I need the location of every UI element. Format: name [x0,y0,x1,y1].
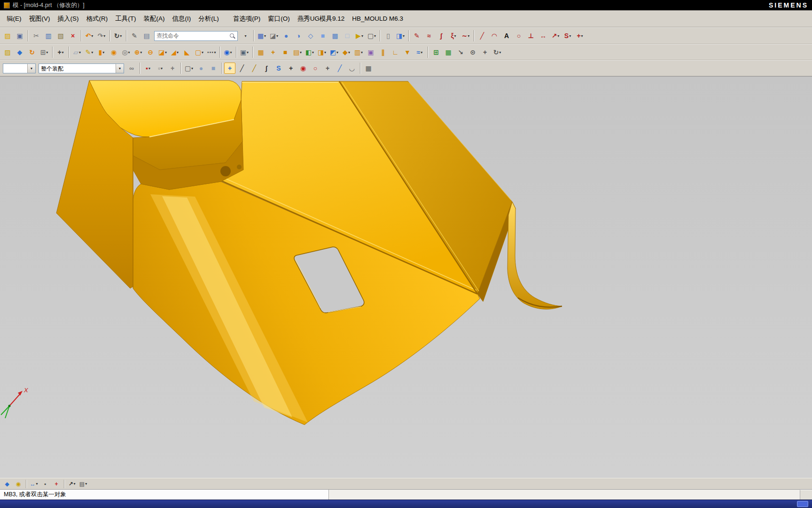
repeat-command-button[interactable]: ↻▾ [112,30,124,41]
undo-button[interactable]: ↶▾ [84,30,95,41]
parting-surface-dropdown[interactable]: ▾ [336,50,338,55]
moldbase-dropdown[interactable]: ▾ [361,50,363,55]
art-spline-button[interactable]: ξ▾ [448,30,459,41]
snap-toggle-button[interactable]: + [51,479,62,489]
snap-options-dropdown[interactable]: ▾ [148,66,150,71]
datum-plane-button[interactable]: ▱▾ [71,47,83,58]
window-split-button[interactable]: ▯ [383,30,394,41]
touch-select-button[interactable]: ✎ [129,30,140,41]
gate-button[interactable]: ▼ [402,47,413,58]
orient-view-button[interactable]: ▶▾ [354,30,365,41]
cavity-core-button[interactable]: ◆▾ [341,47,352,58]
info-window-dropdown[interactable]: ▾ [85,482,87,486]
edit-object-display-dropdown[interactable]: ▾ [247,50,249,55]
parting-surface-button[interactable]: ◩▾ [328,47,340,58]
cut-button[interactable]: ✂ [31,30,42,41]
shaded-with-edges-button[interactable]: ● [281,30,292,41]
edge-blend-button[interactable]: ◢▾ [169,47,180,58]
subtract-button[interactable]: ⊖ [145,47,156,58]
unite-dropdown[interactable]: ▾ [140,50,142,55]
sketch-dropdown[interactable]: ▾ [91,50,93,55]
marquee-style-dropdown[interactable]: ▾ [191,66,193,71]
art-spline-dropdown[interactable]: ▾ [454,34,456,38]
vector-dropdown[interactable]: ▾ [557,34,559,38]
cavity-layout-button[interactable]: ▤▾ [292,47,303,58]
datum-plane-dropdown[interactable]: ▾ [79,50,81,55]
ellipse-button[interactable]: ○ [513,30,524,41]
cavity-core-dropdown[interactable]: ▾ [348,50,350,55]
copy-button[interactable]: ▥ [43,30,54,41]
revolve-button[interactable]: ◉ [108,47,119,58]
mold-init-button[interactable]: ▦ [255,47,266,58]
info-window-button[interactable]: ▤▾ [78,479,88,489]
menu-hb-mould[interactable]: HB_MOULD M6.3 [348,13,407,24]
layout-views-button[interactable]: ⊞ [430,47,442,58]
cooling-button[interactable]: ≈▾ [414,47,425,58]
menu-analysis[interactable]: 分析(L) [195,13,223,25]
feature-more-dropdown[interactable]: ▾ [214,50,216,55]
shaded-pick-sphere-button[interactable]: ● [195,63,207,74]
selection-priority-button[interactable]: ▪ [40,479,50,489]
view-grid-dropdown[interactable]: ▾ [264,34,266,38]
edit-object-display-button[interactable]: ▣▾ [239,47,250,58]
graphics-viewport[interactable]: X [0,76,812,478]
split-solid-button[interactable]: ◨▾ [316,47,328,58]
snap-circle-button[interactable]: ○ [310,63,321,74]
select-scope-button[interactable]: ▫▾ [155,63,166,74]
profile-curve-button[interactable]: ≈ [423,30,435,41]
paste-button[interactable]: ▧ [55,30,66,41]
nav-cursor-button[interactable]: ◆ [2,479,12,489]
snap-options-button[interactable]: ▪▾ [142,63,154,74]
line-button[interactable]: ╱ [476,30,488,41]
snap-quadrant-button[interactable]: + [322,63,333,74]
chamfer-button[interactable]: ◣ [181,47,193,58]
cavity-layout-dropdown[interactable]: ▾ [300,50,302,55]
move-component-button[interactable]: ↻ [26,47,38,58]
layer-settings-dropdown[interactable]: ▾ [403,34,405,38]
dimension-button[interactable]: ↔ [538,30,549,41]
orientation-triad[interactable]: X [1,387,29,418]
measure-quick-button[interactable]: ↗▾ [67,479,77,489]
wireframe-button[interactable]: ◇ [305,30,316,41]
taskbar-tray-icon[interactable] [797,501,808,507]
parting-tool-button[interactable]: ◧▾ [304,47,315,58]
sketch-task-button[interactable]: ✎ [411,30,422,41]
search-more-button[interactable]: ▾ [240,30,251,41]
trim-body-dropdown[interactable]: ▾ [165,50,167,55]
snap-center-button[interactable]: ◉ [297,63,309,74]
save-button[interactable]: ▣ [14,30,25,41]
redo-button[interactable]: ↷▾ [96,30,107,41]
shell-dropdown[interactable]: ▾ [202,50,203,55]
menu-format[interactable]: 格式(R) [83,13,112,25]
window-tile-button[interactable]: ▦ [443,47,454,58]
menu-information[interactable]: 信息(I) [169,13,195,25]
clip-section-button[interactable]: ▢▾ [366,30,377,41]
feature-more-button[interactable]: ⋯▾ [206,47,217,58]
snap-midpoint-button[interactable]: ╱ [249,63,260,74]
search-icon[interactable] [229,33,235,39]
menu-edit[interactable]: 辑(E) [3,13,25,25]
vector-button[interactable]: ↗▾ [550,30,561,41]
studio-spline-button[interactable]: ∫ [436,30,447,41]
scope-combo[interactable]: 整个装配▼ [39,64,124,73]
render-style-button[interactable]: ◪▾ [268,30,280,41]
zoom-view-button[interactable]: ⊙ [467,47,478,58]
curve-more-button[interactable]: ∼▾ [460,30,471,41]
view-grid-button[interactable]: ▦▾ [256,30,267,41]
clip-section-dropdown[interactable]: ▾ [374,34,376,38]
search-more-dropdown[interactable]: ▾ [244,34,246,38]
constraint-button[interactable]: ⊥ [525,30,537,41]
show-hide-eye-button[interactable]: ◉▾ [222,47,234,58]
snap-intersection-button[interactable]: + [285,63,297,74]
snap-curve-button[interactable]: ∫ [261,63,272,74]
model-lip[interactable] [508,202,562,309]
nav-pan-dropdown[interactable]: ▾ [36,482,38,486]
curve-more-dropdown[interactable]: ▾ [468,34,469,38]
rotate-view-dropdown[interactable]: ▾ [499,50,501,55]
layer-settings-button[interactable]: ◨▾ [395,30,406,41]
cooling-dropdown[interactable]: ▾ [421,50,422,55]
menu-yanxiu-mold[interactable]: 燕秀UG模具9.12 [294,13,349,25]
parting-tool-dropdown[interactable]: ▾ [312,50,314,55]
mold-model[interactable] [56,80,562,425]
select-scope-dropdown[interactable]: ▾ [161,66,163,71]
